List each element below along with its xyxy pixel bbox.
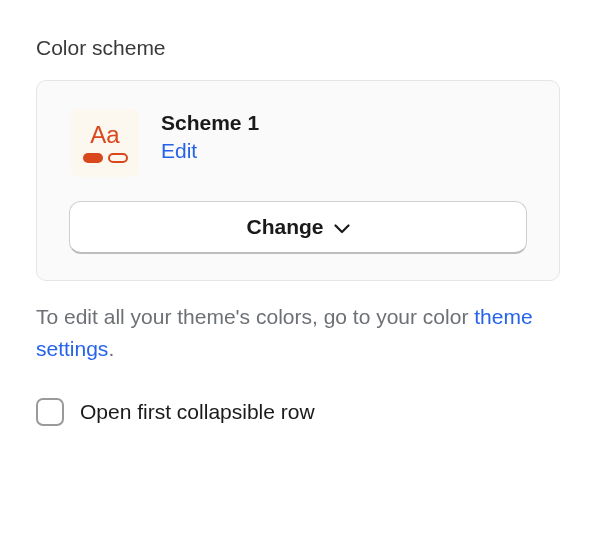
- helper-text-after: .: [108, 337, 114, 360]
- color-scheme-card: Aa Scheme 1 Edit Change: [36, 80, 560, 281]
- pill-filled-icon: [83, 153, 103, 163]
- helper-text-before: To edit all your theme's colors, go to y…: [36, 305, 474, 328]
- scheme-info: Scheme 1 Edit: [161, 109, 259, 163]
- edit-button[interactable]: Edit: [161, 139, 259, 163]
- change-button[interactable]: Change: [69, 201, 527, 254]
- scheme-name: Scheme 1: [161, 111, 259, 135]
- checkbox-row: Open first collapsible row: [36, 398, 560, 426]
- pill-outline-icon: [108, 153, 128, 163]
- chevron-down-icon: [334, 215, 350, 239]
- change-button-label: Change: [246, 215, 323, 239]
- checkbox-label: Open first collapsible row: [80, 400, 315, 424]
- swatch-sample-text: Aa: [90, 123, 119, 147]
- scheme-header: Aa Scheme 1 Edit: [69, 109, 527, 177]
- open-first-row-checkbox[interactable]: [36, 398, 64, 426]
- helper-text: To edit all your theme's colors, go to y…: [36, 301, 560, 364]
- section-title: Color scheme: [36, 36, 560, 60]
- swatch-pills: [83, 153, 128, 163]
- scheme-swatch: Aa: [71, 109, 139, 177]
